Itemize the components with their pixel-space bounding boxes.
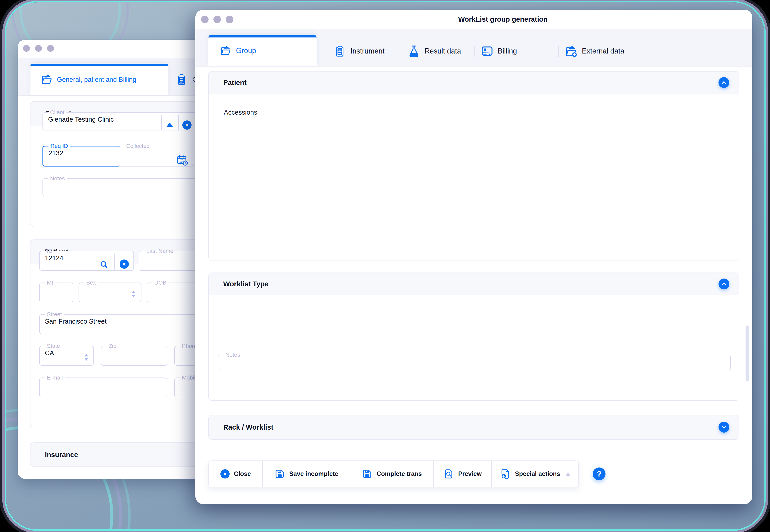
divider (161, 115, 162, 130)
tab-label: External data (582, 47, 624, 55)
tab-label: Billing (498, 47, 517, 55)
action-toolbar: Close Save incomplete Complete trans Pre… (208, 460, 579, 487)
save-incomplete-button[interactable]: Save incomplete (263, 461, 350, 487)
complete-trans-button[interactable]: Complete trans (350, 461, 434, 487)
last-name-label: Last Name (144, 248, 175, 254)
calendar-clock-icon[interactable] (176, 154, 188, 166)
email-label: E-mail (45, 375, 65, 381)
divider (114, 254, 115, 270)
help-button[interactable]: ? (593, 467, 606, 480)
collapse-worklist-type-button[interactable] (719, 279, 729, 289)
sex-label: Sex (84, 280, 98, 286)
tab-label: Instrument (350, 47, 384, 55)
folder-open-icon (40, 74, 52, 86)
scrollbar-thumb[interactable] (746, 325, 749, 382)
front-titlebar: WorkList group generation (195, 10, 752, 29)
street-label: Street (45, 312, 64, 317)
state-spinner[interactable] (85, 354, 88, 361)
expand-rack-worklist-button[interactable] (719, 422, 729, 433)
clipboard-icon (334, 45, 346, 57)
tab-partial[interactable]: O (176, 73, 198, 86)
section-worklist-type: Worklist Type Notes (208, 273, 739, 401)
tab-label: Result data (425, 47, 461, 55)
close-button[interactable]: Close (209, 461, 263, 487)
window-control-zoom[interactable] (47, 45, 54, 52)
section-patient: Patient Accessions (208, 71, 739, 260)
state-label: State (45, 343, 62, 349)
tab-group[interactable]: Group (208, 35, 317, 66)
special-actions-button[interactable]: Special actions (492, 461, 578, 487)
section-rack-worklist: Rack / Worklist (208, 415, 739, 440)
close-x-icon (220, 469, 230, 478)
window-control-close[interactable] (23, 45, 30, 52)
mi-label: MI (45, 280, 55, 286)
email-field[interactable]: E-mail (39, 375, 167, 397)
section-title: Insurance (45, 451, 78, 459)
close-label: Close (234, 470, 251, 477)
tab-divider (399, 46, 399, 57)
search-icon[interactable] (99, 260, 109, 269)
divider (178, 115, 179, 130)
sex-spinner[interactable] (132, 291, 135, 297)
section-title: Patient (223, 79, 247, 87)
preview-label: Preview (458, 470, 482, 477)
id-label: ID (45, 248, 54, 254)
window-control-close[interactable] (201, 16, 209, 23)
clear-patient-id-button[interactable] (120, 259, 129, 269)
tab-label: Group (236, 46, 256, 55)
spinner-up-icon[interactable] (132, 291, 135, 293)
accessions-label: Accessions (224, 109, 257, 116)
tab-external-data[interactable]: External data (565, 45, 624, 57)
x-icon (222, 471, 228, 476)
x-icon (122, 261, 127, 267)
worklist-notes-field[interactable]: Notes (218, 352, 731, 370)
patient-id-field[interactable]: ID 12124 (39, 248, 134, 271)
folder-open-icon (220, 45, 231, 56)
notes-label: Notes (223, 352, 242, 358)
tab-divider (474, 46, 475, 57)
billing-machine-icon (481, 45, 493, 57)
tab-billing[interactable]: Billing (481, 45, 517, 57)
spinner-up-icon[interactable] (85, 354, 88, 356)
req-id-value: 2132 (48, 149, 120, 157)
tab-instrument[interactable]: Instrument (334, 45, 384, 57)
mi-field[interactable]: MI (39, 280, 73, 302)
spinner-down-icon[interactable] (85, 358, 88, 361)
sex-field[interactable]: Sex (79, 280, 141, 302)
folder-arrow-icon (565, 45, 577, 57)
window-control-minimize[interactable] (35, 45, 42, 52)
req-id-label: Req ID (48, 143, 70, 149)
state-field[interactable]: State CA (39, 343, 94, 366)
clear-client-button[interactable] (182, 120, 192, 130)
x-icon (184, 122, 190, 128)
section-title: Worklist Type (223, 280, 268, 288)
tab-result-data[interactable]: Result data (408, 45, 461, 57)
tab-divider (558, 46, 559, 57)
chevron-down-icon (721, 424, 727, 431)
dob-label: DOB (152, 280, 169, 286)
floppy-icon (274, 469, 285, 479)
chevron-up-icon (721, 79, 727, 86)
screenshot-stage: General, patient and Billing O General C… (0, 0, 770, 532)
save-incomplete-label: Save incomplete (289, 470, 338, 477)
zip-field[interactable]: Zip (101, 343, 167, 366)
menu-up-triangle-icon (566, 472, 570, 476)
expand-triangle-icon[interactable] (167, 122, 173, 127)
req-id-field[interactable]: Req ID 2132 (42, 143, 121, 167)
collapse-patient-button[interactable] (719, 77, 729, 88)
collected-label: Collected (124, 143, 152, 149)
complete-trans-label: Complete trans (377, 470, 422, 477)
clipboard-icon (176, 74, 188, 86)
document-magnifier-icon (443, 469, 454, 479)
preview-button[interactable]: Preview (434, 461, 492, 487)
window-control-minimize[interactable] (213, 16, 221, 23)
window-control-zoom[interactable] (226, 16, 233, 23)
flask-icon (408, 45, 420, 57)
special-actions-label: Special actions (515, 470, 560, 477)
tab-label: General, patient and Billing (57, 76, 136, 83)
collected-field[interactable]: Collected (119, 143, 193, 167)
spinner-down-icon[interactable] (132, 295, 135, 297)
divider (94, 254, 94, 270)
id-value: 12124 (45, 254, 133, 262)
tab-general-patient-billing[interactable]: General, patient and Billing (30, 64, 168, 95)
